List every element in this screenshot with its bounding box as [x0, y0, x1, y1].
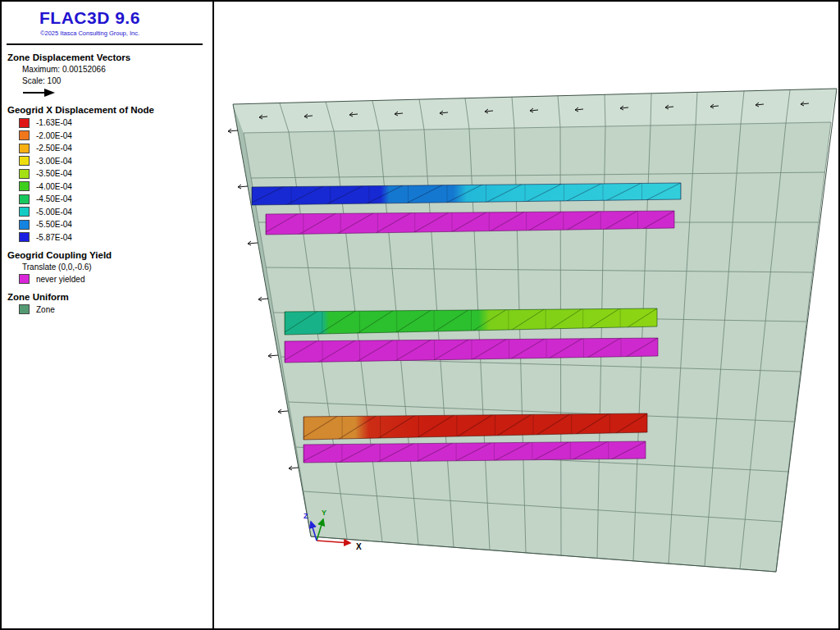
color-value-label: -5.00E-04 — [36, 208, 72, 217]
model-render: X Y Z — [214, 2, 838, 628]
copyright: ©2025 Itasca Consulting Group, Inc. — [40, 30, 212, 37]
legend-color-item: -1.63E-04 — [19, 117, 212, 128]
color-swatch — [19, 194, 30, 204]
section-geogrid-x-displacement: Geogrid X Displacement of Node — [7, 105, 212, 115]
color-swatch — [19, 181, 30, 191]
color-swatch — [19, 304, 30, 314]
color-swatch — [19, 274, 30, 284]
color-swatch — [19, 144, 30, 153]
legend-color-item: -5.00E-04 — [19, 207, 212, 217]
color-value-label: -4.50E-04 — [36, 194, 72, 203]
legend-color-item: -5.87E-04 — [19, 232, 212, 243]
color-swatch — [19, 156, 30, 166]
axis-y-label: Y — [322, 509, 326, 517]
geogrid-strips — [252, 183, 681, 463]
color-value-label: -1.63E-04 — [36, 118, 72, 127]
legend-color-item: -4.00E-04 — [19, 181, 212, 192]
color-swatch — [19, 169, 30, 179]
axis-z-label: Z — [304, 512, 308, 520]
x-axis-arrow — [317, 541, 350, 543]
color-value-label: -4.00E-04 — [36, 182, 72, 191]
vector-arrow-icon — [22, 88, 57, 98]
color-swatch — [19, 207, 30, 217]
color-value-label: Zone — [36, 305, 55, 314]
legend-color-item: -3.50E-04 — [19, 168, 212, 179]
legend-color-item: -2.50E-04 — [19, 143, 212, 153]
color-swatch — [19, 118, 30, 128]
legend-color-item: -2.00E-04 — [19, 130, 212, 141]
coupling-translate: Translate (0,0,-0.6) — [22, 262, 212, 272]
color-swatch — [19, 232, 30, 242]
color-value-label: -5.50E-04 — [36, 220, 72, 229]
legend-panel: FLAC3D 9.6 ©2025 Itasca Consulting Group… — [2, 2, 214, 628]
color-value-label: never yielded — [36, 275, 84, 284]
color-value-label: -2.00E-04 — [36, 131, 72, 140]
legend-color-item: -3.00E-04 — [19, 156, 212, 167]
color-swatch — [19, 220, 30, 230]
app-title: FLAC3D 9.6 — [39, 8, 212, 28]
color-swatch — [19, 130, 30, 140]
section-geogrid-coupling-yield: Geogrid Coupling Yield — [7, 250, 212, 260]
color-value-label: -3.00E-04 — [36, 157, 72, 166]
legend-color-item: -5.50E-04 — [19, 219, 212, 230]
model-viewport[interactable]: X Y Z — [214, 2, 838, 628]
legend-color-item: never yielded — [19, 274, 212, 285]
application-window: FLAC3D 9.6 ©2025 Itasca Consulting Group… — [0, 0, 840, 630]
axis-x-label: X — [356, 542, 362, 551]
color-value-label: -5.87E-04 — [36, 233, 72, 242]
vectors-maximum: Maximum: 0.00152066 — [22, 65, 212, 74]
section-zone-displacement-vectors: Zone Displacement Vectors — [7, 52, 212, 62]
color-value-label: -2.50E-04 — [36, 144, 72, 153]
color-value-label: -3.50E-04 — [36, 169, 72, 178]
divider — [7, 43, 203, 45]
vectors-scale: Scale: 100 — [22, 76, 212, 85]
section-zone-uniform: Zone Uniform — [7, 292, 212, 302]
legend-color-item: -4.50E-04 — [19, 194, 212, 204]
legend-color-item: Zone — [19, 304, 212, 315]
